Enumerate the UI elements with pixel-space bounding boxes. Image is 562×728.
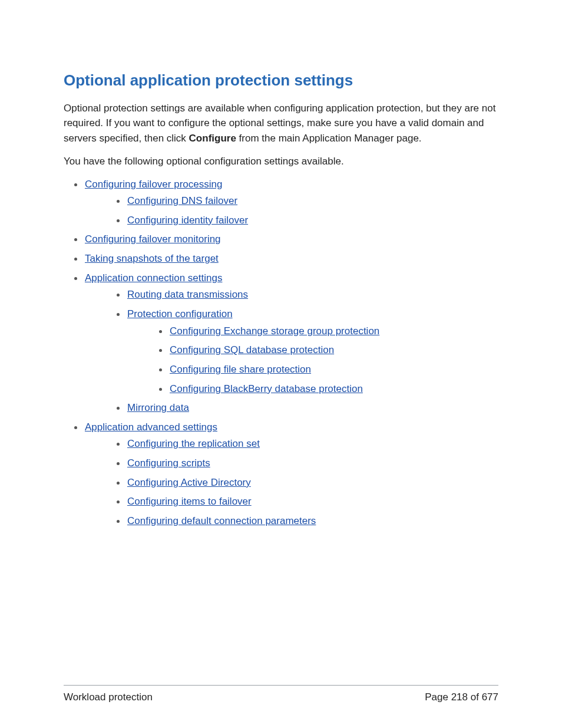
footer-left: Workload protection xyxy=(64,691,153,703)
list-item: Configuring file share protection xyxy=(148,363,498,377)
list-item: Configuring failover processing Configur… xyxy=(64,177,498,228)
footer-right: Page 218 of 677 xyxy=(425,691,498,703)
list-item: Application advanced settings Configurin… xyxy=(64,420,498,529)
link-configuring-scripts[interactable]: Configuring scripts xyxy=(127,457,210,469)
link-application-advanced-settings[interactable]: Application advanced settings xyxy=(85,421,217,433)
list-item: Configuring identity failover xyxy=(106,213,498,228)
lead-paragraph: You have the following optional configur… xyxy=(64,154,498,169)
link-configuring-default-connection-parameters[interactable]: Configuring default connection parameter… xyxy=(127,515,316,526)
list-item: Mirroring data xyxy=(106,401,498,416)
list-item: Application connection settings Routing … xyxy=(64,271,498,416)
page-footer: Workload protection Page 218 of 677 xyxy=(64,685,498,703)
link-taking-snapshots[interactable]: Taking snapshots of the target xyxy=(85,253,219,264)
link-mirroring-data[interactable]: Mirroring data xyxy=(127,402,189,413)
list-item: Configuring default connection parameter… xyxy=(106,514,498,529)
link-configuring-exchange-storage-group-protection[interactable]: Configuring Exchange storage group prote… xyxy=(170,325,379,337)
link-configuring-failover-processing[interactable]: Configuring failover processing xyxy=(85,179,222,190)
link-configuring-items-to-failover[interactable]: Configuring items to failover xyxy=(127,496,252,507)
list-item: Configuring DNS failover xyxy=(106,194,498,209)
intro-paragraph: Optional protection settings are availab… xyxy=(64,101,498,146)
link-configuring-dns-failover[interactable]: Configuring DNS failover xyxy=(127,195,237,206)
link-configuring-identity-failover[interactable]: Configuring identity failover xyxy=(127,215,248,226)
list-item: Taking snapshots of the target xyxy=(64,252,498,266)
link-configuring-blackberry-database-protection[interactable]: Configuring BlackBerry database protecti… xyxy=(170,383,363,394)
list-item: Configuring SQL database protection xyxy=(148,343,498,358)
list-item: Protection configuration Configuring Exc… xyxy=(106,307,498,396)
intro-bold: Configure xyxy=(189,133,236,144)
link-application-connection-settings[interactable]: Application connection settings xyxy=(85,272,222,284)
link-configuring-sql-database-protection[interactable]: Configuring SQL database protection xyxy=(170,344,334,355)
link-protection-configuration[interactable]: Protection configuration xyxy=(127,308,233,319)
list-item: Configuring Exchange storage group prote… xyxy=(148,324,498,339)
link-configuring-file-share-protection[interactable]: Configuring file share protection xyxy=(170,364,311,375)
list-item: Configuring BlackBerry database protecti… xyxy=(148,382,498,397)
link-list: Configuring failover processing Configur… xyxy=(64,177,498,529)
link-configuring-failover-monitoring[interactable]: Configuring failover monitoring xyxy=(85,233,221,245)
link-routing-data-transmissions[interactable]: Routing data transmissions xyxy=(127,289,248,300)
link-configuring-active-directory[interactable]: Configuring Active Directory xyxy=(127,477,251,488)
intro-post: from the main Application Manager page. xyxy=(236,133,422,144)
list-item: Configuring scripts xyxy=(106,456,498,471)
list-item: Configuring the replication set xyxy=(106,437,498,452)
page-heading: Optional application protection settings xyxy=(64,71,498,90)
list-item: Routing data transmissions xyxy=(106,288,498,302)
link-configuring-replication-set[interactable]: Configuring the replication set xyxy=(127,438,260,449)
list-item: Configuring failover monitoring xyxy=(64,232,498,247)
list-item: Configuring Active Directory xyxy=(106,476,498,490)
list-item: Configuring items to failover xyxy=(106,495,498,509)
